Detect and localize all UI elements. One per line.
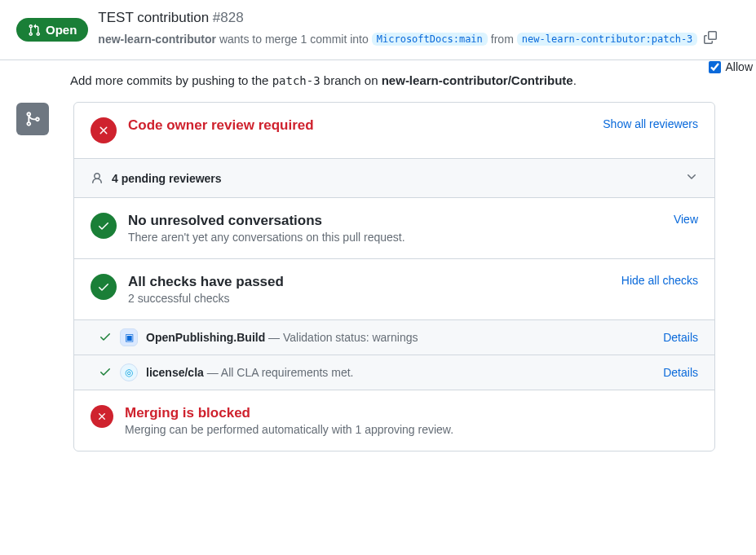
app-icon: ◎	[120, 363, 138, 381]
person-icon	[91, 172, 104, 185]
x-circle-icon	[91, 117, 117, 143]
pr-author[interactable]: new-learn-contributor	[98, 33, 216, 46]
pending-reviewers-text: 4 pending reviewers	[112, 172, 222, 185]
pr-wants-text: wants to merge 1 commit into	[216, 33, 369, 46]
merging-blocked-section: Merging is blocked Merging can be perfor…	[74, 390, 714, 451]
git-pull-request-icon	[28, 24, 41, 37]
view-conversations-link[interactable]: View	[674, 213, 698, 226]
commit-hint-mid: branch on	[321, 73, 382, 87]
review-required-title: Code owner review required	[128, 117, 591, 134]
conversations-subtitle: There aren't yet any conversations on th…	[128, 231, 662, 244]
merging-blocked-title: Merging is blocked	[125, 405, 698, 421]
merge-status-box: Code owner review required Show all revi…	[73, 102, 715, 451]
head-branch-label[interactable]: new-learn-contributor:patch-3	[517, 33, 698, 46]
check-details-link[interactable]: Details	[663, 366, 698, 379]
conversations-title: No unresolved conversations	[128, 213, 662, 229]
check-icon	[99, 365, 112, 381]
conversations-section: No unresolved conversations There aren't…	[74, 198, 714, 258]
show-all-reviewers-link[interactable]: Show all reviewers	[603, 117, 698, 130]
status-open-label: Open	[46, 23, 77, 37]
check-circle-icon	[91, 213, 117, 239]
copy-icon[interactable]	[701, 28, 720, 50]
pending-reviewers-toggle[interactable]: 4 pending reviewers	[74, 158, 714, 197]
check-desc: — Validation status: warnings	[265, 331, 418, 344]
timeline-merge-badge	[16, 103, 49, 135]
check-row: ◎ license/cla — All CLA requirements met…	[74, 355, 714, 390]
commit-hint-repo: new-learn-contributor/Contribute	[382, 73, 573, 87]
commit-hint-branch: patch-3	[272, 74, 321, 87]
merging-blocked-subtitle: Merging can be performed automatically w…	[125, 423, 698, 436]
check-name: OpenPublishing.Build	[146, 331, 265, 344]
pr-subtitle: new-learn-contributor wants to merge 1 c…	[98, 28, 740, 50]
check-icon	[99, 330, 112, 346]
pr-title-text: TEST contribution	[98, 10, 209, 25]
check-details-link[interactable]: Details	[663, 331, 698, 344]
x-circle-icon	[91, 405, 113, 428]
checks-section: All checks have passed 2 successful chec…	[74, 259, 714, 319]
commit-hint-prefix: Add more commits by pushing to the	[70, 73, 272, 87]
pr-title: TEST contribution #828	[98, 10, 740, 26]
check-name: license/cla	[146, 366, 204, 379]
app-icon: ▣	[120, 328, 138, 346]
status-open-badge: Open	[16, 18, 88, 42]
check-circle-icon	[91, 274, 117, 300]
pr-header: Open TEST contribution #828 new-learn-co…	[0, 0, 756, 60]
check-desc: — All CLA requirements met.	[204, 366, 354, 379]
commit-hint-suffix: .	[573, 73, 577, 87]
commit-hint: Add more commits by pushing to the patch…	[16, 73, 715, 87]
chevron-down-icon	[685, 170, 698, 186]
from-word: from	[491, 33, 514, 46]
review-required-section: Code owner review required Show all revi…	[74, 103, 714, 158]
base-branch-label[interactable]: MicrosoftDocs:main	[372, 33, 488, 46]
pr-number: #828	[213, 10, 244, 25]
hide-checks-link[interactable]: Hide all checks	[621, 274, 698, 287]
header-content: TEST contribution #828 new-learn-contrib…	[98, 10, 740, 50]
check-row: ▣ OpenPublishing.Build — Validation stat…	[74, 319, 714, 355]
checks-subtitle: 2 successful checks	[128, 292, 610, 305]
checks-title: All checks have passed	[128, 274, 610, 290]
git-merge-icon	[24, 111, 41, 127]
